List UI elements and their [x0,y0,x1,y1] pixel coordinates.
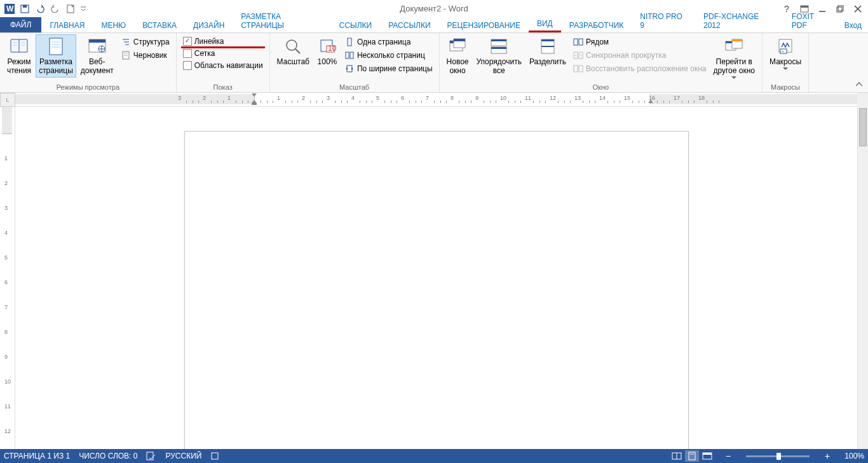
group-views: Режим чтения Разметка страницы Веб- доку… [0,33,177,92]
horizontal-ruler[interactable]: 321123456789101112131415161718 [15,93,857,107]
document-canvas[interactable] [15,107,857,449]
svg-rect-9 [838,6,843,11]
svg-rect-39 [347,66,352,72]
status-words[interactable]: ЧИСЛО СЛОВ: 0 [79,452,137,460]
zoom-100-icon: 100 [317,36,337,57]
svg-rect-56 [579,66,583,72]
macros-icon [775,36,796,57]
multi-page-icon [344,50,355,60]
sync-scroll-icon [573,50,583,60]
read-mode-button[interactable]: Режим чтения [4,34,34,78]
outline-icon [121,37,131,47]
sign-in-link[interactable]: Вход [838,18,868,32]
ribbon: Режим чтения Разметка страницы Веб- доку… [0,33,868,93]
save-icon[interactable] [18,2,32,16]
zoom-in-button[interactable]: + [822,451,832,461]
zoom-slider-handle[interactable] [776,453,781,460]
read-mode-icon [9,36,29,57]
tab-layout[interactable]: РАЗМЕТКА СТРАНИЦЫ [233,10,330,32]
tab-developer[interactable]: РАЗРАБОТЧИК [561,18,632,32]
svg-rect-45 [491,39,506,41]
view-web-icon[interactable] [700,450,714,462]
zoom-out-button[interactable]: − [723,451,733,461]
sync-scroll-button[interactable]: Синхронная прокрутка [571,49,709,62]
status-language[interactable]: РУССКИЙ [165,452,201,460]
close-icon[interactable] [851,3,864,15]
multi-page-button[interactable]: Несколько страниц [342,49,435,62]
page-width-icon [344,64,355,74]
qat-customize-icon[interactable] [79,2,88,16]
svg-rect-16 [50,38,62,55]
ruler-checkbox[interactable]: Линейка [180,36,266,47]
switch-window-button[interactable]: Перейти в другое окно [710,34,758,81]
read-mode-label: Режим чтения [7,58,31,76]
ruler-scroll-spacer [857,93,868,107]
switch-window-icon [724,36,744,57]
tab-nitro[interactable]: NITRO PRO 9 [632,10,695,32]
svg-rect-64 [212,453,218,459]
split-button[interactable]: Разделить [526,34,569,69]
view-read-icon[interactable] [670,450,684,462]
group-macros: Макросы Макросы [763,33,809,92]
new-window-button[interactable]: Новое окно [444,34,472,78]
one-page-button[interactable]: Одна страница [342,36,435,48]
word-app-icon[interactable]: W [3,2,17,16]
tab-references[interactable]: ССЫЛКИ [331,18,380,32]
side-by-side-button[interactable]: Рядом [571,36,709,48]
print-layout-button[interactable]: Разметка страницы [36,34,76,78]
svg-rect-62 [780,49,787,53]
group-macros-label: Макросы [766,82,804,92]
gridlines-checkbox[interactable]: Сетка [180,48,266,59]
redo-icon[interactable] [48,2,62,16]
tab-file[interactable]: ФАЙЛ [0,17,41,32]
web-layout-label: Веб- документ [81,58,114,76]
vertical-ruler[interactable]: 12345678910111213 [0,107,15,449]
svg-text:W: W [6,4,14,13]
svg-rect-36 [348,38,351,46]
status-macro-icon[interactable] [210,452,219,460]
page[interactable] [184,131,689,449]
web-layout-button[interactable]: Веб- документ [78,34,117,78]
print-layout-icon [46,36,66,57]
zoom-icon [283,36,303,57]
reset-window-button[interactable]: Восстановить расположение окна [571,62,709,75]
group-zoom-label: Масштаб [274,82,435,92]
status-page[interactable]: СТРАНИЦА 1 ИЗ 1 [4,452,70,460]
tab-view[interactable]: ВИД [529,17,561,32]
navpane-checkbox[interactable]: Область навигации [180,60,266,71]
status-proofing-icon[interactable] [146,452,156,460]
undo-icon[interactable] [33,2,47,16]
vertical-scrollbar[interactable] [857,107,868,449]
new-icon[interactable] [64,2,78,16]
ribbon-tabs: ФАЙЛ ГЛАВНАЯ Меню ВСТАВКА ДИЗАЙН РАЗМЕТК… [0,18,868,33]
zoom-button[interactable]: Масштаб [274,34,313,69]
draft-button[interactable]: Черновик [118,49,172,62]
tab-design[interactable]: ДИЗАЙН [185,18,233,32]
scroll-thumb[interactable] [859,108,867,146]
view-shortcuts [670,450,714,462]
new-window-icon [447,36,468,57]
view-print-icon[interactable] [685,450,699,462]
collapse-ribbon-icon[interactable] [854,79,864,90]
svg-rect-38 [350,52,353,59]
page-width-button[interactable]: По ширине страницы [342,62,435,75]
split-icon [538,36,558,57]
tab-insert[interactable]: ВСТАВКА [134,18,185,32]
one-page-icon [344,37,355,47]
tab-menu[interactable]: Меню [93,18,134,32]
zoom-level[interactable]: 100% [841,452,864,460]
zoom-slider[interactable] [746,455,810,457]
tab-review[interactable]: РЕЦЕНЗИРОВАНИЕ [439,18,529,32]
tab-pdfxchange[interactable]: PDF-XChange 2012 [695,10,783,32]
svg-rect-6 [801,6,808,8]
outline-button[interactable]: Структура [118,36,172,48]
tab-home[interactable]: ГЛАВНАЯ [41,18,93,32]
svg-rect-49 [541,39,554,41]
macros-button[interactable]: Макросы [766,34,804,72]
arrange-all-button[interactable]: Упорядочить все [473,34,525,78]
tab-foxit[interactable]: Foxit PDF [783,10,838,32]
window-title: Документ2 - Word [400,4,468,13]
tab-mailings[interactable]: РАССЫЛКИ [380,18,438,32]
zoom-100-button[interactable]: 100 100% [314,34,341,69]
ruler-corner[interactable]: L [0,93,15,107]
